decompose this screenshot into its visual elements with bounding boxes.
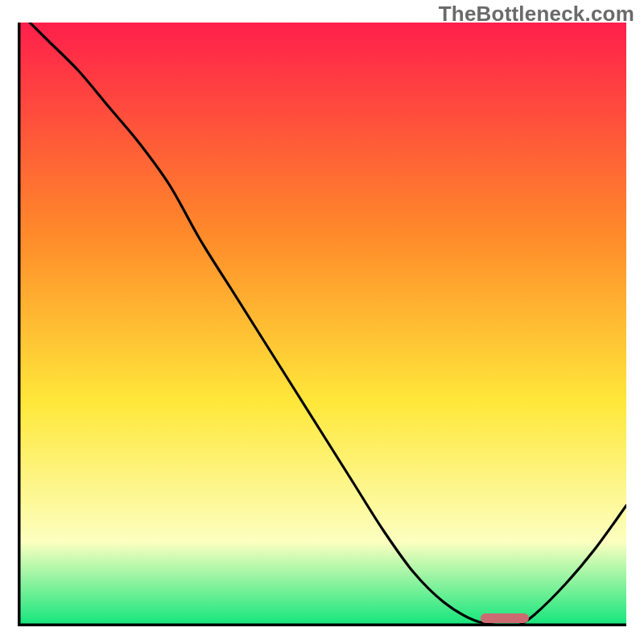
watermark-text: TheBottleneck.com xyxy=(439,2,634,27)
chart-container: TheBottleneck.com xyxy=(0,0,644,644)
curve-layer xyxy=(18,23,626,626)
bottleneck-curve xyxy=(18,23,626,626)
optimal-range-marker xyxy=(481,613,529,623)
